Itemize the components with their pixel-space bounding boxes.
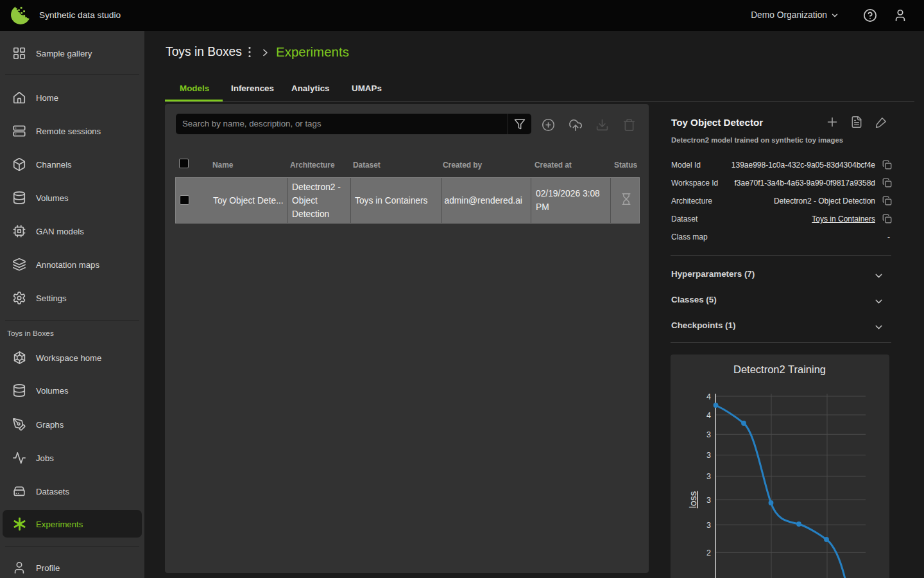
svg-text:4: 4: [706, 411, 711, 420]
svg-text:4: 4: [706, 392, 711, 401]
svg-text:loss: loss: [687, 491, 698, 509]
svg-text:Detectron2 Training: Detectron2 Training: [733, 363, 826, 375]
svg-text:3: 3: [706, 521, 711, 530]
svg-text:3: 3: [706, 496, 711, 505]
svg-text:3: 3: [706, 451, 711, 460]
svg-text:3: 3: [706, 430, 711, 439]
svg-text:3: 3: [706, 472, 711, 481]
svg-text:2: 2: [706, 548, 711, 557]
